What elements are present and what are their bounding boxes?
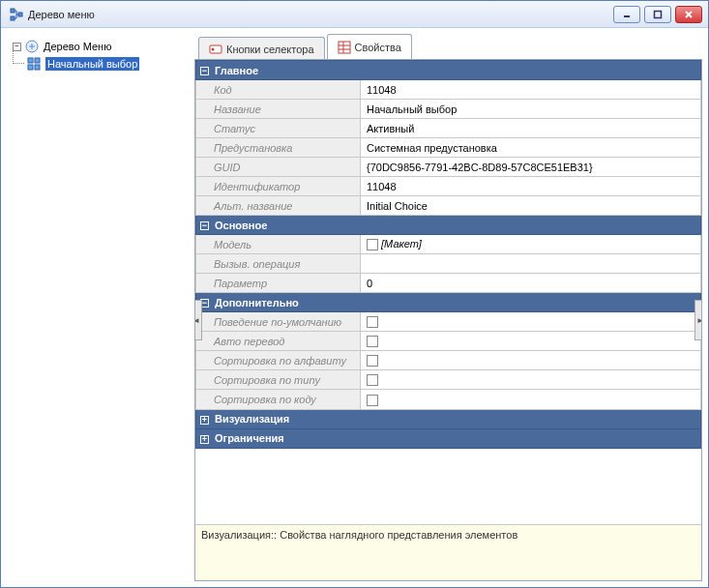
tab-selector-label: Кнопки селектора <box>226 44 314 55</box>
close-button[interactable] <box>675 6 702 23</box>
properties-grid: −Главное Код11048 НазваниеНачальный выбо… <box>195 60 701 449</box>
app-window: Дерево меню − Дерево Меню <box>0 0 709 588</box>
prop-value[interactable]: Системная предустановка <box>361 138 701 158</box>
selector-tab-icon <box>209 43 222 56</box>
prop-label: Название <box>196 100 361 119</box>
checkbox[interactable] <box>367 355 378 367</box>
prop-value[interactable]: Активный <box>361 119 701 138</box>
hint-text: Визуализация:: Свойства наглядного предс… <box>201 529 517 541</box>
checkbox[interactable] <box>367 316 378 328</box>
svg-point-13 <box>212 47 215 50</box>
prop-row: НазваниеНачальный выбор <box>196 100 701 119</box>
prop-label: Предустановка <box>196 138 361 158</box>
prop-label: Статус <box>196 119 361 138</box>
prop-row: Вызыв. операция <box>196 254 701 274</box>
svg-rect-1 <box>11 16 15 20</box>
properties-tab-icon <box>338 41 351 54</box>
properties-panel: ◄ ► −Главное Код11048 НазваниеНачальный … <box>194 59 702 581</box>
prop-row: Идентификатор11048 <box>196 177 701 196</box>
tab-properties[interactable]: Свойства <box>327 34 412 59</box>
svg-rect-11 <box>35 65 40 70</box>
prop-row: ПредустановкаСистемная предустановка <box>196 138 701 158</box>
prop-row: Параметр0 <box>196 274 701 293</box>
prop-label: Авто перевод <box>196 332 361 351</box>
prop-label: Вызыв. операция <box>196 254 361 274</box>
group-extra-header[interactable]: −Дополнительно <box>196 293 701 312</box>
prop-label: Сортировка по коду <box>196 390 361 409</box>
prop-value[interactable]: {70DC9856-7791-42BC-8D89-57C8CE51EB31} <box>361 158 701 177</box>
prop-row: Код11048 <box>196 80 701 100</box>
group-visual-header[interactable]: +Визуализация <box>196 409 701 428</box>
group-basic-header[interactable]: −Основное <box>196 216 701 235</box>
prop-value[interactable]: Initial Choice <box>361 196 701 216</box>
svg-rect-9 <box>35 58 40 63</box>
tab-strip: Кнопки селектора Свойства <box>194 34 702 59</box>
group-main-header[interactable]: −Главное <box>196 61 701 80</box>
grid-item-icon <box>26 56 42 72</box>
prop-value[interactable]: [Макет] <box>361 235 701 254</box>
prop-value[interactable]: 11048 <box>361 80 701 100</box>
prop-label: Идентификатор <box>196 177 361 196</box>
prop-label: GUID <box>196 158 361 177</box>
menu-root-icon <box>24 39 40 54</box>
prop-label: Альт. название <box>196 196 361 216</box>
prop-row: Модель [Макет] <box>196 235 701 254</box>
tree-root-node[interactable]: − Дерево Меню <box>9 38 189 55</box>
svg-rect-8 <box>28 58 33 63</box>
svg-rect-2 <box>18 13 22 16</box>
titlebar[interactable]: Дерево меню <box>1 1 708 28</box>
prop-value[interactable] <box>361 332 701 351</box>
prop-value[interactable]: 11048 <box>361 177 701 196</box>
prop-row: Сортировка по типу <box>196 370 701 390</box>
tree-child-node[interactable]: Начальный выбор <box>9 55 189 73</box>
prop-value[interactable]: Начальный выбор <box>361 100 701 119</box>
tab-selector-buttons[interactable]: Кнопки селектора <box>198 37 325 60</box>
prop-value[interactable] <box>361 312 701 332</box>
svg-rect-0 <box>11 9 15 13</box>
hint-bar: Визуализация:: Свойства наглядного предс… <box>195 524 701 580</box>
details-pane: Кнопки селектора Свойства ◄ ► −Глав <box>194 34 702 581</box>
prop-row: Сортировка по алфавиту <box>196 351 701 370</box>
svg-rect-14 <box>339 42 350 53</box>
prop-value[interactable] <box>361 390 701 409</box>
svg-rect-10 <box>28 65 33 70</box>
tab-properties-label: Свойства <box>355 42 401 53</box>
group-restrict-header[interactable]: +Ограничения <box>196 428 701 448</box>
prop-label: Сортировка по алфавиту <box>196 351 361 370</box>
prop-value[interactable] <box>361 351 701 370</box>
minimize-button[interactable] <box>613 6 640 23</box>
prop-value[interactable]: 0 <box>361 274 701 293</box>
prop-label: Код <box>196 80 361 100</box>
tree-root-label: Дерево Меню <box>44 41 111 52</box>
prop-label: Сортировка по типу <box>196 370 361 390</box>
prop-row: GUID{70DC9856-7791-42BC-8D89-57C8CE51EB3… <box>196 158 701 177</box>
prop-value[interactable] <box>361 370 701 390</box>
prop-row: Альт. названиеInitial Choice <box>196 196 701 216</box>
prop-label: Поведение по-умолчанию <box>196 312 361 332</box>
checkbox[interactable] <box>367 374 378 386</box>
window-title: Дерево меню <box>28 9 95 20</box>
checkbox[interactable] <box>367 395 378 406</box>
tree-child-label: Начальный выбор <box>45 57 139 71</box>
tree-view[interactable]: − Дерево Меню Начальный выбор <box>7 34 191 581</box>
tree-app-icon <box>9 7 24 22</box>
scroll-left-button[interactable]: ◄ <box>195 300 202 340</box>
prop-row: СтатусАктивный <box>196 119 701 138</box>
prop-value[interactable] <box>361 254 701 274</box>
prop-row: Авто перевод <box>196 332 701 351</box>
prop-row: Поведение по-умолчанию <box>196 312 701 332</box>
checkbox[interactable] <box>367 239 378 250</box>
prop-label: Параметр <box>196 274 361 293</box>
prop-label: Модель <box>196 235 361 254</box>
svg-rect-4 <box>655 11 662 17</box>
scroll-right-button[interactable]: ► <box>694 300 701 340</box>
prop-row: Сортировка по коду <box>196 390 701 409</box>
maximize-button[interactable] <box>644 6 671 23</box>
checkbox[interactable] <box>367 336 378 347</box>
